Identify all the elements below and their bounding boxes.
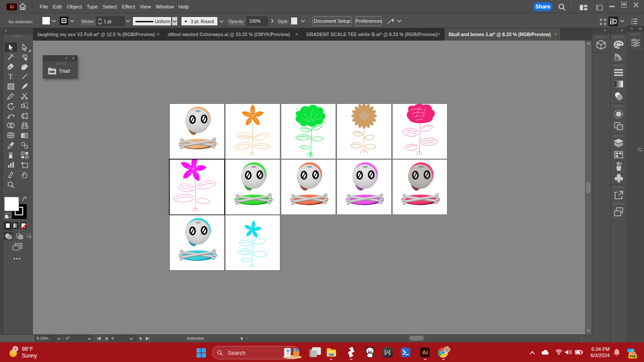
svg-text:T: T	[8, 73, 13, 80]
